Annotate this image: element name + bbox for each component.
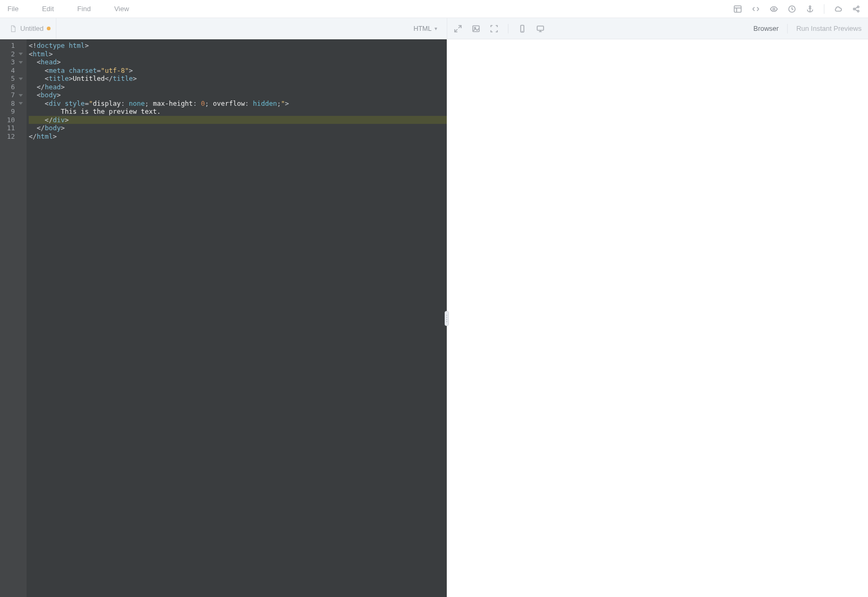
splitter-handle[interactable] (445, 311, 449, 326)
code-editor[interactable]: <!doctype html><html> <head> <meta chars… (27, 39, 447, 597)
gutter-line: 2 (0, 50, 27, 58)
svg-marker-23 (19, 61, 23, 64)
gutter-line: 3 (0, 58, 27, 66)
image-icon[interactable] (472, 24, 480, 33)
code-line: This is the preview text. (29, 107, 447, 116)
language-selector[interactable]: HTML ▾ (413, 25, 440, 32)
fold-toggle-icon (18, 84, 23, 89)
fold-toggle-icon (18, 68, 23, 73)
fold-toggle-icon (18, 125, 23, 131)
svg-point-5 (809, 6, 811, 7)
svg-point-8 (853, 8, 855, 10)
svg-rect-19 (537, 26, 544, 30)
chevron-down-icon: ▾ (435, 26, 437, 31)
menubar: File Edit Find View (0, 0, 868, 18)
code-icon[interactable] (752, 5, 760, 13)
gutter-line: 4 (0, 66, 27, 75)
code-line: <title>Untitled</title> (29, 74, 447, 83)
gutter-line: 12 (0, 132, 27, 141)
menu-edit[interactable]: Edit (42, 5, 54, 13)
toolbar-separator (824, 4, 824, 14)
browser-button[interactable]: Browser (753, 24, 779, 32)
editor-pane: 123456789101112 <!doctype html><html> <h… (0, 39, 447, 597)
file-icon (10, 25, 17, 32)
code-line: <!doctype html> (29, 41, 447, 50)
subbar: Untitled HTML ▾ (0, 18, 868, 39)
code-line: <body> (29, 91, 447, 99)
gutter-line: 7 (0, 91, 27, 99)
anchor-icon[interactable] (806, 5, 814, 13)
share-icon[interactable] (852, 5, 861, 13)
code-line: <head> (29, 58, 447, 66)
svg-rect-0 (735, 6, 741, 12)
fold-toggle-icon[interactable] (18, 51, 23, 56)
focus-frame-icon[interactable] (490, 24, 498, 33)
svg-line-12 (855, 9, 857, 11)
fold-toggle-icon (18, 43, 23, 48)
menu-file[interactable]: File (7, 5, 19, 13)
desktop-icon[interactable] (536, 24, 545, 33)
svg-line-11 (855, 7, 857, 9)
svg-point-10 (857, 10, 859, 12)
gutter-line: 5 (0, 74, 27, 83)
svg-marker-24 (19, 78, 23, 80)
fold-toggle-icon[interactable] (18, 93, 23, 98)
mobile-icon[interactable] (518, 24, 527, 33)
preview-pane (447, 39, 868, 597)
preview-separator (508, 24, 508, 33)
svg-marker-25 (19, 94, 23, 97)
code-line: </head> (29, 83, 447, 91)
main-split: 123456789101112 <!doctype html><html> <h… (0, 39, 868, 597)
line-gutter: 123456789101112 (0, 39, 27, 597)
layout-icon[interactable] (733, 5, 742, 13)
fold-toggle-icon (18, 133, 23, 139)
gutter-line: 8 (0, 99, 27, 108)
run-instant-previews-button[interactable]: Run Instant Previews (796, 24, 862, 32)
file-tab[interactable]: Untitled (6, 18, 56, 39)
clock-icon[interactable] (788, 5, 796, 13)
expand-icon[interactable] (454, 24, 462, 33)
svg-point-9 (857, 6, 859, 7)
preview-separator-2 (787, 24, 788, 33)
code-line: </html> (29, 132, 447, 141)
modified-dot-icon (47, 27, 51, 30)
svg-point-3 (773, 8, 775, 10)
gutter-line: 11 (0, 124, 27, 132)
code-line: <div style="display: none; max-height: 0… (29, 99, 447, 108)
menu-find[interactable]: Find (77, 5, 90, 13)
fold-toggle-icon (18, 117, 23, 122)
eye-icon[interactable] (770, 5, 778, 13)
code-line: <meta charset="utf-8"> (29, 66, 447, 75)
fold-toggle-icon (18, 109, 23, 114)
fold-toggle-icon[interactable] (18, 100, 23, 106)
gutter-line: 6 (0, 83, 27, 91)
svg-marker-22 (19, 53, 23, 55)
code-line: </div> (29, 116, 447, 124)
language-label: HTML (413, 25, 431, 32)
tab-title: Untitled (20, 24, 44, 32)
fold-toggle-icon[interactable] (18, 76, 23, 81)
gutter-line: 10 (0, 116, 27, 124)
code-line: </body> (29, 124, 447, 132)
fold-toggle-icon[interactable] (18, 60, 23, 65)
svg-marker-26 (19, 102, 23, 105)
gutter-line: 1 (0, 41, 27, 50)
menu-view[interactable]: View (114, 5, 129, 13)
code-line: <html> (29, 50, 447, 58)
cloud-icon[interactable] (834, 5, 842, 13)
gutter-line: 9 (0, 107, 27, 116)
